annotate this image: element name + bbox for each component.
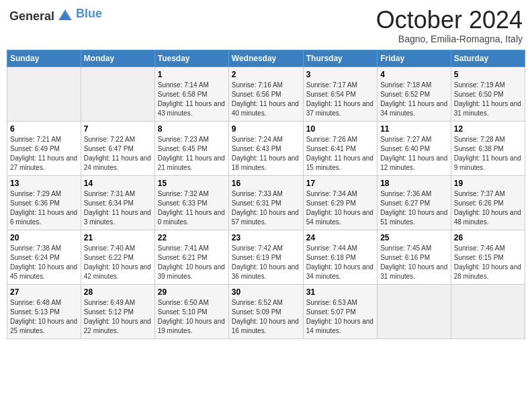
calendar-cell	[378, 284, 451, 338]
weekday-header-thursday: Thursday	[303, 50, 377, 66]
day-detail: Sunrise: 7:22 AM Sunset: 6:47 PM Dayligh…	[84, 135, 152, 173]
calendar-cell: 17Sunrise: 7:34 AM Sunset: 6:29 PM Dayli…	[303, 175, 377, 230]
calendar-cell: 9Sunrise: 7:24 AM Sunset: 6:43 PM Daylig…	[228, 121, 303, 175]
calendar-cell: 7Sunrise: 7:22 AM Sunset: 6:47 PM Daylig…	[81, 121, 154, 175]
day-number: 26	[454, 233, 522, 242]
calendar-body: 1Sunrise: 7:14 AM Sunset: 6:58 PM Daylig…	[7, 66, 525, 338]
day-detail: Sunrise: 7:45 AM Sunset: 6:16 PM Dayligh…	[380, 244, 448, 281]
day-detail: Sunrise: 7:40 AM Sunset: 6:22 PM Dayligh…	[84, 244, 152, 281]
logo: General Blue	[9, 7, 102, 26]
calendar-cell: 18Sunrise: 7:36 AM Sunset: 6:27 PM Dayli…	[378, 175, 451, 230]
day-detail: Sunrise: 6:53 AM Sunset: 5:07 PM Dayligh…	[306, 298, 374, 336]
day-number: 9	[232, 124, 300, 134]
day-number: 17	[306, 179, 374, 188]
day-number: 5	[454, 70, 522, 79]
day-number: 13	[10, 179, 78, 188]
calendar-cell: 14Sunrise: 7:31 AM Sunset: 6:34 PM Dayli…	[81, 175, 154, 230]
day-detail: Sunrise: 6:49 AM Sunset: 5:12 PM Dayligh…	[84, 298, 152, 336]
day-number: 21	[84, 233, 152, 242]
day-number: 18	[380, 179, 448, 188]
calendar-header-row: SundayMondayTuesdayWednesdayThursdayFrid…	[7, 50, 525, 66]
logo-icon	[56, 7, 75, 26]
day-number: 20	[10, 233, 78, 242]
day-detail: Sunrise: 7:27 AM Sunset: 6:40 PM Dayligh…	[380, 135, 448, 173]
location-text: Bagno, Emilia-Romagna, Italy	[376, 34, 523, 44]
calendar-cell	[81, 66, 154, 121]
day-detail: Sunrise: 7:28 AM Sunset: 6:38 PM Dayligh…	[454, 135, 522, 173]
calendar-cell: 1Sunrise: 7:14 AM Sunset: 6:58 PM Daylig…	[154, 66, 228, 121]
day-detail: Sunrise: 7:14 AM Sunset: 6:58 PM Dayligh…	[158, 81, 226, 118]
calendar-cell: 20Sunrise: 7:38 AM Sunset: 6:24 PM Dayli…	[7, 230, 81, 284]
day-detail: Sunrise: 7:19 AM Sunset: 6:50 PM Dayligh…	[454, 81, 522, 118]
day-detail: Sunrise: 7:24 AM Sunset: 6:43 PM Dayligh…	[232, 135, 300, 173]
weekday-header-saturday: Saturday	[451, 50, 525, 66]
day-detail: Sunrise: 7:26 AM Sunset: 6:41 PM Dayligh…	[306, 135, 374, 173]
calendar-cell: 19Sunrise: 7:37 AM Sunset: 6:26 PM Dayli…	[451, 175, 525, 230]
day-detail: Sunrise: 7:34 AM Sunset: 6:29 PM Dayligh…	[306, 189, 374, 227]
calendar-week-3: 13Sunrise: 7:29 AM Sunset: 6:36 PM Dayli…	[7, 175, 525, 230]
calendar-cell: 10Sunrise: 7:26 AM Sunset: 6:41 PM Dayli…	[303, 121, 377, 175]
calendar-cell: 6Sunrise: 7:21 AM Sunset: 6:49 PM Daylig…	[7, 121, 81, 175]
weekday-header-monday: Monday	[81, 50, 154, 66]
title-block: October 2024 Bagno, Emilia-Romagna, Ital…	[376, 7, 523, 44]
day-detail: Sunrise: 6:48 AM Sunset: 5:13 PM Dayligh…	[10, 298, 78, 336]
calendar-week-2: 6Sunrise: 7:21 AM Sunset: 6:49 PM Daylig…	[7, 121, 525, 175]
calendar-cell	[451, 284, 525, 338]
day-number: 16	[232, 179, 300, 188]
day-number: 29	[158, 287, 226, 297]
day-detail: Sunrise: 7:16 AM Sunset: 6:56 PM Dayligh…	[232, 81, 300, 118]
calendar-cell: 31Sunrise: 6:53 AM Sunset: 5:07 PM Dayli…	[303, 284, 377, 338]
day-number: 4	[380, 70, 448, 79]
day-detail: Sunrise: 7:29 AM Sunset: 6:36 PM Dayligh…	[10, 189, 78, 227]
calendar-cell: 21Sunrise: 7:40 AM Sunset: 6:22 PM Dayli…	[81, 230, 154, 284]
day-detail: Sunrise: 7:36 AM Sunset: 6:27 PM Dayligh…	[380, 189, 448, 227]
calendar-cell: 2Sunrise: 7:16 AM Sunset: 6:56 PM Daylig…	[228, 66, 303, 121]
calendar-cell: 28Sunrise: 6:49 AM Sunset: 5:12 PM Dayli…	[81, 284, 154, 338]
day-detail: Sunrise: 7:31 AM Sunset: 6:34 PM Dayligh…	[84, 189, 152, 227]
day-number: 25	[380, 233, 448, 242]
calendar-week-1: 1Sunrise: 7:14 AM Sunset: 6:58 PM Daylig…	[7, 66, 525, 121]
calendar-cell: 23Sunrise: 7:42 AM Sunset: 6:19 PM Dayli…	[228, 230, 303, 284]
day-detail: Sunrise: 7:23 AM Sunset: 6:45 PM Dayligh…	[158, 135, 226, 173]
day-number: 31	[306, 287, 374, 297]
logo-blue-text: Blue	[76, 7, 102, 21]
calendar-cell: 12Sunrise: 7:28 AM Sunset: 6:38 PM Dayli…	[451, 121, 525, 175]
day-number: 11	[380, 124, 448, 134]
calendar-cell: 29Sunrise: 6:50 AM Sunset: 5:10 PM Dayli…	[154, 284, 228, 338]
calendar-table: SundayMondayTuesdayWednesdayThursdayFrid…	[7, 50, 525, 339]
weekday-header-tuesday: Tuesday	[154, 50, 228, 66]
day-number: 14	[84, 179, 152, 188]
day-detail: Sunrise: 7:41 AM Sunset: 6:21 PM Dayligh…	[158, 244, 226, 281]
weekday-header-sunday: Sunday	[7, 50, 81, 66]
day-number: 15	[158, 179, 226, 188]
day-number: 19	[454, 179, 522, 188]
day-detail: Sunrise: 7:44 AM Sunset: 6:18 PM Dayligh…	[306, 244, 374, 281]
day-number: 10	[306, 124, 374, 134]
calendar-week-5: 27Sunrise: 6:48 AM Sunset: 5:13 PM Dayli…	[7, 284, 525, 338]
day-number: 12	[454, 124, 522, 134]
calendar-cell: 26Sunrise: 7:46 AM Sunset: 6:15 PM Dayli…	[451, 230, 525, 284]
calendar-cell: 15Sunrise: 7:32 AM Sunset: 6:33 PM Dayli…	[154, 175, 228, 230]
calendar-cell: 24Sunrise: 7:44 AM Sunset: 6:18 PM Dayli…	[303, 230, 377, 284]
calendar-cell: 27Sunrise: 6:48 AM Sunset: 5:13 PM Dayli…	[7, 284, 81, 338]
calendar-week-4: 20Sunrise: 7:38 AM Sunset: 6:24 PM Dayli…	[7, 230, 525, 284]
day-detail: Sunrise: 7:18 AM Sunset: 6:52 PM Dayligh…	[380, 81, 448, 118]
day-number: 27	[10, 287, 78, 297]
month-title: October 2024	[376, 7, 523, 34]
calendar-cell	[7, 66, 81, 121]
day-number: 24	[306, 233, 374, 242]
day-number: 28	[84, 287, 152, 297]
day-number: 2	[232, 70, 300, 79]
day-detail: Sunrise: 7:42 AM Sunset: 6:19 PM Dayligh…	[232, 244, 300, 281]
weekday-header-friday: Friday	[378, 50, 451, 66]
calendar-cell: 3Sunrise: 7:17 AM Sunset: 6:54 PM Daylig…	[303, 66, 377, 121]
day-number: 6	[10, 124, 78, 134]
day-detail: Sunrise: 7:21 AM Sunset: 6:49 PM Dayligh…	[10, 135, 78, 173]
day-detail: Sunrise: 7:37 AM Sunset: 6:26 PM Dayligh…	[454, 189, 522, 227]
day-detail: Sunrise: 7:33 AM Sunset: 6:31 PM Dayligh…	[232, 189, 300, 227]
day-number: 23	[232, 233, 300, 242]
calendar-cell: 11Sunrise: 7:27 AM Sunset: 6:40 PM Dayli…	[378, 121, 451, 175]
calendar-cell: 25Sunrise: 7:45 AM Sunset: 6:16 PM Dayli…	[378, 230, 451, 284]
day-detail: Sunrise: 7:17 AM Sunset: 6:54 PM Dayligh…	[306, 81, 374, 118]
calendar-cell: 16Sunrise: 7:33 AM Sunset: 6:31 PM Dayli…	[228, 175, 303, 230]
